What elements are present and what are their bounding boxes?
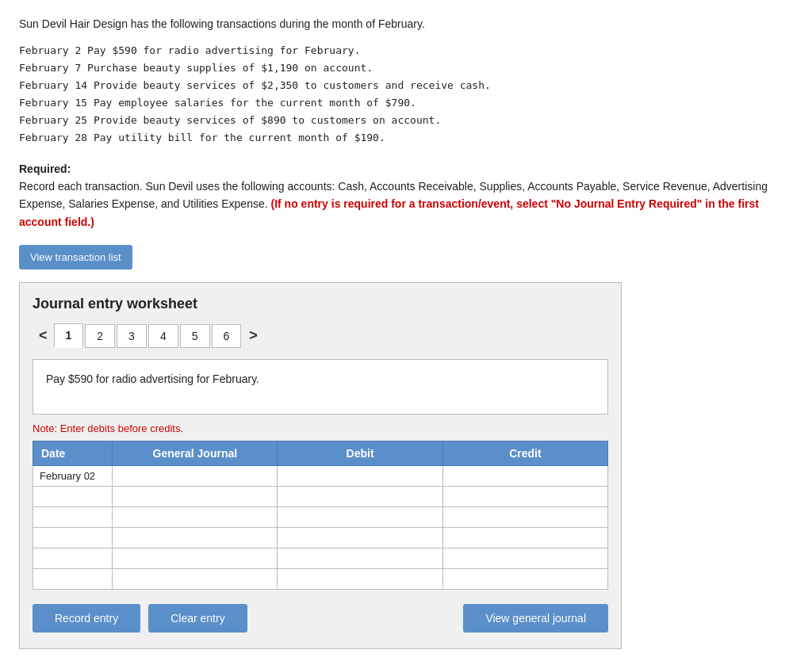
tab-6[interactable]: 6 — [212, 324, 242, 348]
date-cell-6 — [33, 569, 113, 590]
journal-cell-3[interactable] — [113, 507, 278, 528]
view-general-journal-button[interactable]: View general journal — [463, 604, 608, 633]
credit-input-2[interactable] — [443, 487, 607, 506]
transactions-list: February 2 Pay $590 for radio advertisin… — [19, 42, 793, 147]
journal-input-1[interactable] — [113, 466, 277, 486]
credit-input-4[interactable] — [443, 528, 607, 548]
journal-cell-2[interactable] — [113, 487, 278, 507]
journal-input-6[interactable] — [113, 569, 277, 589]
date-cell-3 — [33, 507, 113, 528]
debit-cell-1[interactable] — [278, 466, 442, 487]
credit-input-6[interactable] — [443, 569, 607, 589]
transaction-item: February 25 Provide beauty services of $… — [19, 112, 793, 129]
tab-1[interactable]: 1 — [54, 323, 84, 348]
transaction-item: February 2 Pay $590 for radio advertisin… — [19, 42, 793, 59]
transaction-item: February 28 Pay utility bill for the cur… — [19, 129, 793, 147]
debit-cell-4[interactable] — [278, 528, 442, 548]
table-row — [33, 548, 608, 569]
clear-entry-button[interactable]: Clear entry — [148, 604, 247, 633]
credit-cell-2[interactable] — [442, 487, 607, 507]
table-row: February 02 — [33, 466, 608, 487]
debit-cell-2[interactable] — [278, 487, 442, 507]
debit-input-1[interactable] — [278, 466, 442, 486]
record-entry-button[interactable]: Record entry — [33, 604, 140, 633]
tab-5[interactable]: 5 — [180, 324, 210, 348]
credit-input-5[interactable] — [443, 548, 607, 568]
credit-cell-5[interactable] — [442, 548, 607, 569]
col-general-journal: General Journal — [113, 441, 278, 466]
journal-cell-6[interactable] — [113, 569, 278, 590]
intro-title: Sun Devil Hair Design has the following … — [19, 16, 793, 32]
tab-4[interactable]: 4 — [148, 324, 178, 348]
tabs-row: < 1 2 3 4 5 6 > — [33, 323, 608, 348]
col-date: Date — [33, 441, 113, 466]
debit-cell-5[interactable] — [278, 548, 442, 569]
table-row — [33, 528, 608, 548]
transaction-item: February 7 Purchase beauty supplies of $… — [19, 59, 793, 77]
note-text: Note: Enter debits before credits. — [33, 422, 608, 434]
view-transaction-list-button[interactable]: View transaction list — [19, 245, 132, 269]
required-label: Required: — [19, 162, 71, 175]
debit-input-4[interactable] — [278, 528, 442, 548]
journal-cell-4[interactable] — [113, 528, 278, 548]
worksheet-container: Journal entry worksheet < 1 2 3 4 5 6 > … — [19, 282, 622, 649]
tab-2[interactable]: 2 — [85, 324, 115, 348]
credit-cell-4[interactable] — [442, 528, 607, 548]
credit-cell-6[interactable] — [442, 569, 607, 590]
journal-table: Date General Journal Debit Credit Februa… — [33, 441, 608, 590]
transaction-item: February 14 Provide beauty services of $… — [19, 77, 793, 94]
journal-input-2[interactable] — [113, 487, 277, 506]
date-cell-2 — [33, 487, 113, 507]
col-debit: Debit — [278, 441, 442, 466]
date-cell-1: February 02 — [33, 466, 113, 487]
table-row — [33, 507, 608, 528]
journal-input-3[interactable] — [113, 507, 277, 527]
tab-3[interactable]: 3 — [117, 324, 147, 348]
worksheet-title: Journal entry worksheet — [33, 296, 608, 312]
button-row: Record entry Clear entry View general jo… — [33, 604, 608, 633]
tab-prev-button[interactable]: < — [33, 324, 54, 347]
debit-input-2[interactable] — [278, 487, 442, 506]
tab-next-button[interactable]: > — [243, 324, 264, 347]
debit-input-6[interactable] — [278, 569, 442, 589]
transaction-description: Pay $590 for radio advertising for Febru… — [33, 359, 608, 415]
journal-input-5[interactable] — [113, 548, 277, 568]
debit-cell-3[interactable] — [278, 507, 442, 528]
date-cell-4 — [33, 528, 113, 548]
credit-input-3[interactable] — [443, 507, 607, 527]
credit-cell-3[interactable] — [442, 507, 607, 528]
journal-cell-1[interactable] — [113, 466, 278, 487]
credit-cell-1[interactable] — [442, 466, 607, 487]
debit-input-5[interactable] — [278, 548, 442, 568]
debit-cell-6[interactable] — [278, 569, 442, 590]
col-credit: Credit — [442, 441, 607, 466]
journal-input-4[interactable] — [113, 528, 277, 548]
date-cell-5 — [33, 548, 113, 569]
credit-input-1[interactable] — [443, 466, 607, 486]
debit-input-3[interactable] — [278, 507, 442, 527]
table-row — [33, 487, 608, 507]
transaction-item: February 15 Pay employee salaries for th… — [19, 94, 793, 112]
table-row — [33, 569, 608, 590]
journal-cell-5[interactable] — [113, 548, 278, 569]
required-section: Required: Record each transaction. Sun D… — [19, 160, 793, 231]
